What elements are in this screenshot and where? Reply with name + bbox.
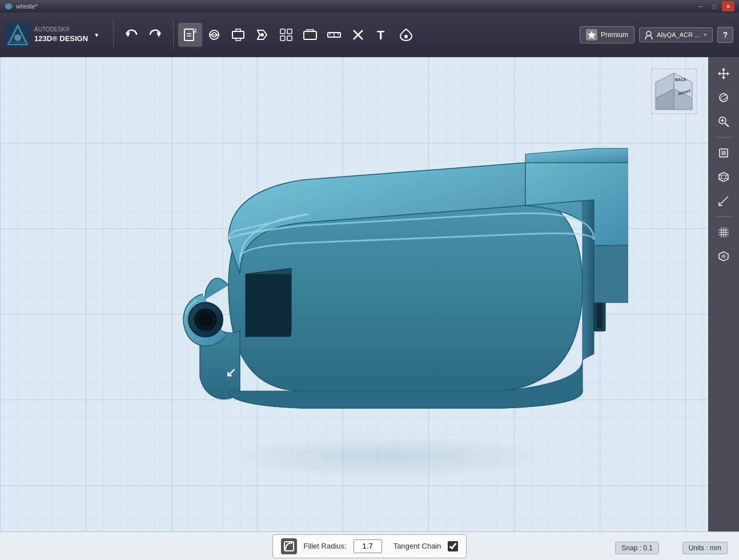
undo-button[interactable] xyxy=(118,23,142,47)
titlebar-controls: ─ □ ✕ xyxy=(694,1,734,11)
toolbar: AUTODESK® 123D® DESIGN ▼ xyxy=(0,13,739,57)
orbit-icon xyxy=(717,91,730,104)
units-display[interactable]: Units : mm xyxy=(682,542,728,554)
measure2-icon xyxy=(717,195,730,207)
svg-marker-54 xyxy=(718,72,720,75)
svg-rect-17 xyxy=(287,29,292,34)
construct-tool-button[interactable] xyxy=(226,23,250,47)
group-tool-icon xyxy=(302,27,318,43)
pan-icon xyxy=(717,67,730,80)
bottom-bar: Fillet Radius: Tangent Chain Snap : 0.1 … xyxy=(0,531,739,560)
svg-rect-14 xyxy=(232,31,244,38)
orbit-button[interactable] xyxy=(713,87,734,108)
tangent-chain-checkbox[interactable] xyxy=(448,541,458,551)
new-tool-button[interactable] xyxy=(178,23,202,47)
svg-line-70 xyxy=(719,196,728,206)
app-icon-small xyxy=(5,2,13,10)
pattern-tool-button[interactable] xyxy=(274,23,298,47)
snap-display[interactable]: Snap : 0.1 xyxy=(615,542,659,554)
fillet-icon-svg xyxy=(283,541,295,552)
svg-marker-64 xyxy=(719,172,728,182)
autodesk-logo-icon xyxy=(6,23,30,47)
svg-line-59 xyxy=(725,123,729,127)
svg-marker-55 xyxy=(727,72,729,75)
right-toolbar-separator xyxy=(714,137,733,138)
svg-point-15 xyxy=(260,33,264,37)
pattern-tool-icon xyxy=(278,27,294,43)
sketch-tool-icon xyxy=(206,27,222,43)
premium-button[interactable]: Premium xyxy=(580,26,634,43)
user-dropdown-arrow: ▼ xyxy=(703,33,708,38)
perspective-icon xyxy=(717,171,730,183)
user-account-button[interactable]: AllyQA_ACR ... ▼ xyxy=(639,27,713,42)
snap-tool-icon xyxy=(398,27,414,43)
measure2-button[interactable] xyxy=(713,190,734,212)
toolbar-separator xyxy=(113,21,114,49)
svg-marker-65 xyxy=(721,175,726,179)
zoom-icon xyxy=(717,115,730,128)
svg-text:BACK: BACK xyxy=(675,78,686,82)
toolbar-separator-2 xyxy=(173,21,174,49)
grid-button[interactable] xyxy=(713,221,734,243)
svg-marker-80 xyxy=(721,254,726,259)
new-tool-icon xyxy=(182,27,198,43)
materials-button[interactable] xyxy=(713,245,734,267)
app-logo[interactable]: AUTODESK® 123D® DESIGN ▼ xyxy=(6,23,99,47)
measure-tool-icon xyxy=(326,27,342,43)
delete-tool-icon xyxy=(350,27,366,43)
text-tool-icon: T xyxy=(374,27,390,43)
text-tool-button[interactable]: T xyxy=(370,23,394,47)
premium-icon xyxy=(586,29,597,41)
right-toolbar-separator-2 xyxy=(714,216,733,217)
window-title: whistle* xyxy=(16,3,38,10)
sketch-tool-button[interactable] xyxy=(202,23,226,47)
modify-tool-button[interactable] xyxy=(250,23,274,47)
fillet-radius-input[interactable] xyxy=(354,539,382,553)
minimize-button[interactable]: ─ xyxy=(694,1,707,11)
svg-rect-19 xyxy=(287,36,292,41)
svg-rect-7 xyxy=(184,29,194,41)
fillet-radius-label: Fillet Radius: xyxy=(304,542,347,550)
redo-button[interactable] xyxy=(144,23,168,47)
user-icon xyxy=(644,30,653,39)
help-button[interactable]: ? xyxy=(717,27,733,43)
snap-tool-button[interactable] xyxy=(394,23,418,47)
svg-rect-20 xyxy=(304,31,316,39)
app-menu-dropdown[interactable]: ▼ xyxy=(94,32,99,38)
model-svg: ↙ xyxy=(114,86,628,485)
maximize-button[interactable]: □ xyxy=(708,1,721,11)
3d-model: ↙ xyxy=(114,86,628,485)
view-cube-svg: RIGHT BACK xyxy=(651,69,697,114)
fillet-panel: Fillet Radius: Tangent Chain xyxy=(272,534,467,558)
nav-buttons xyxy=(118,23,168,47)
svg-rect-16 xyxy=(280,29,285,34)
tangent-chain-label: Tangent Chain xyxy=(393,542,441,550)
perspective-button[interactable] xyxy=(713,166,734,188)
fit-button[interactable] xyxy=(713,142,734,164)
svg-point-3 xyxy=(14,34,21,41)
svg-point-41 xyxy=(199,313,212,327)
zoom-button[interactable] xyxy=(713,111,734,132)
svg-marker-0 xyxy=(5,3,12,10)
svg-rect-38 xyxy=(246,274,291,337)
delete-tool-button[interactable] xyxy=(346,23,370,47)
fit-icon xyxy=(717,147,730,159)
view-cube[interactable]: RIGHT BACK xyxy=(651,69,697,114)
group-tool-button[interactable] xyxy=(298,23,322,47)
materials-icon xyxy=(717,250,730,263)
right-toolbar xyxy=(708,57,739,560)
viewport[interactable]: ↙ RIGHT BACK xyxy=(0,57,708,560)
svg-rect-63 xyxy=(721,151,726,155)
measure-tool-button[interactable] xyxy=(322,23,346,47)
svg-text:↙: ↙ xyxy=(226,365,236,380)
titlebar-left: whistle* xyxy=(5,2,38,10)
svg-text:T: T xyxy=(377,28,385,42)
grid-icon xyxy=(717,226,730,239)
redo-icon xyxy=(148,27,164,43)
svg-rect-18 xyxy=(280,36,285,41)
svg-marker-53 xyxy=(722,77,725,79)
fillet-tool-icon xyxy=(281,538,297,554)
close-button[interactable]: ✕ xyxy=(722,1,734,11)
modify-tool-icon xyxy=(254,27,270,43)
pan-button[interactable] xyxy=(713,63,734,84)
